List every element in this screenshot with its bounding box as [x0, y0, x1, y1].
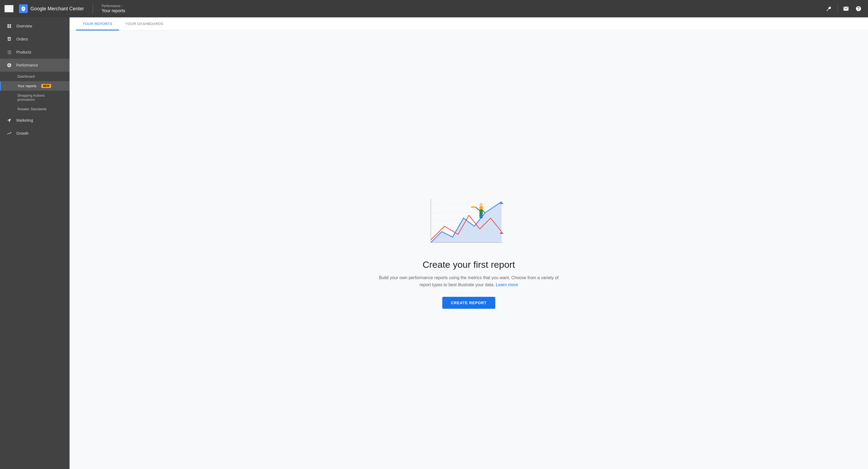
- help-button[interactable]: [853, 3, 864, 14]
- create-report-button[interactable]: CREATE REPORT: [442, 297, 496, 309]
- sidebar-sub-shopping-actions-label: Shopping Actions promotions: [18, 93, 63, 101]
- svg-rect-13: [479, 214, 481, 218]
- sidebar-item-products-label: Products: [16, 50, 31, 54]
- google-merchant-logo: [19, 4, 28, 13]
- svg-line-15: [476, 207, 479, 211]
- svg-line-17: [483, 211, 485, 213]
- sidebar-item-products[interactable]: Products: [0, 45, 69, 59]
- sidebar-sub-your-reports[interactable]: Your reports NEW: [0, 81, 69, 91]
- svg-marker-0: [431, 202, 501, 243]
- sidebar-sub-shopping-actions[interactable]: Shopping Actions promotions: [0, 91, 69, 104]
- products-icon: [6, 50, 12, 55]
- sidebar-item-orders-label: Orders: [16, 37, 28, 41]
- performance-icon: [6, 62, 12, 68]
- tabs-bar: YOUR REPORTS YOUR DASHBOARDS: [69, 18, 868, 31]
- sidebar-sub-your-reports-label: Your reports: [18, 84, 36, 88]
- empty-state-description: Build your own performance reports using…: [374, 274, 564, 288]
- sidebar-item-orders[interactable]: Orders: [0, 33, 69, 45]
- sidebar-item-performance-label: Performance: [16, 63, 38, 67]
- content-area: YOUR REPORTS YOUR DASHBOARDS: [69, 18, 868, 469]
- svg-rect-14: [481, 214, 483, 218]
- breadcrumb-chevron-icon: ›: [121, 4, 123, 8]
- sidebar-item-growth-label: Growth: [16, 131, 29, 135]
- hamburger-menu[interactable]: [4, 5, 13, 12]
- orders-icon: [6, 36, 12, 42]
- sidebar-item-marketing-label: Marketing: [16, 118, 33, 123]
- empty-state: Create your first report Build your own …: [374, 191, 564, 309]
- sidebar-item-performance[interactable]: Performance: [0, 59, 69, 72]
- svg-point-10: [479, 206, 483, 210]
- learn-more-link[interactable]: Learn more: [496, 282, 518, 287]
- header-divider: [93, 4, 93, 13]
- tab-your-dashboards[interactable]: YOUR DASHBOARDS: [119, 18, 170, 30]
- logo-area: Google Merchant Center: [17, 4, 84, 13]
- breadcrumb-parent: Performance: [102, 4, 120, 8]
- svg-rect-12: [479, 209, 483, 214]
- header-actions: [824, 3, 864, 14]
- app-header: Google Merchant Center Performance › You…: [0, 0, 868, 18]
- svg-point-11: [479, 203, 483, 206]
- sidebar-sub-dashboard[interactable]: Dashboard: [0, 72, 69, 81]
- overview-icon: [6, 23, 12, 29]
- sidebar: Overview Orders Products: [0, 18, 69, 469]
- new-badge: NEW: [41, 84, 51, 88]
- breadcrumb: Performance › Your reports: [102, 4, 125, 13]
- sidebar-item-marketing[interactable]: Marketing: [0, 114, 69, 127]
- main-content: Create your first report Build your own …: [69, 31, 868, 469]
- mail-button[interactable]: [841, 3, 851, 14]
- sidebar-item-growth[interactable]: Growth: [0, 127, 69, 140]
- svg-rect-16: [471, 207, 476, 208]
- sidebar-sub-dashboard-label: Dashboard: [18, 74, 35, 79]
- empty-state-heading: Create your first report: [423, 259, 515, 270]
- sidebar-sub-retailer-standards[interactable]: Retailer Standards: [0, 104, 69, 114]
- marketing-icon: [6, 118, 12, 123]
- sidebar-sub-retailer-standards-label: Retailer Standards: [18, 107, 47, 111]
- sidebar-item-overview[interactable]: Overview: [0, 20, 69, 33]
- tab-your-reports[interactable]: YOUR REPORTS: [76, 18, 119, 30]
- sidebar-item-overview-label: Overview: [16, 24, 32, 28]
- main-layout: Overview Orders Products: [0, 18, 868, 469]
- growth-icon: [6, 131, 12, 136]
- breadcrumb-current: Your reports: [102, 8, 125, 13]
- chart-illustration: [426, 191, 513, 251]
- app-title: Google Merchant Center: [30, 6, 84, 12]
- header-divider-2: [837, 4, 838, 13]
- wrench-button[interactable]: [824, 3, 834, 14]
